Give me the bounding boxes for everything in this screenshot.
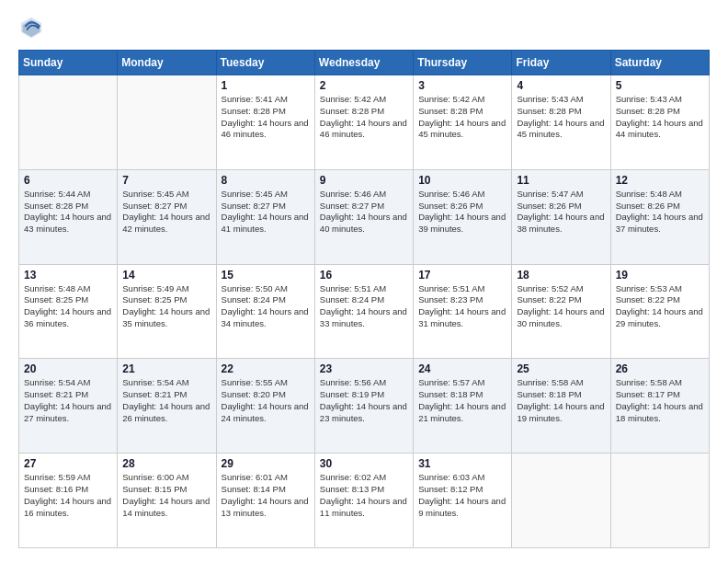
calendar-cell: 20Sunrise: 5:54 AM Sunset: 8:21 PM Dayli… bbox=[19, 359, 118, 454]
calendar-cell: 14Sunrise: 5:49 AM Sunset: 8:25 PM Dayli… bbox=[118, 264, 216, 359]
day-info: Sunrise: 5:55 AM Sunset: 8:20 PM Dayligh… bbox=[222, 377, 310, 424]
day-info: Sunrise: 5:42 AM Sunset: 8:28 PM Dayligh… bbox=[418, 94, 506, 141]
calendar-header-row: SundayMondayTuesdayWednesdayThursdayFrid… bbox=[19, 51, 710, 75]
calendar-week-5: 27Sunrise: 5:59 AM Sunset: 8:16 PM Dayli… bbox=[19, 454, 710, 548]
day-number: 22 bbox=[222, 362, 310, 375]
calendar-cell: 30Sunrise: 6:02 AM Sunset: 8:13 PM Dayli… bbox=[314, 454, 413, 548]
day-info: Sunrise: 5:51 AM Sunset: 8:23 PM Dayligh… bbox=[418, 283, 506, 330]
calendar-cell: 6Sunrise: 5:44 AM Sunset: 8:28 PM Daylig… bbox=[19, 169, 118, 264]
day-info: Sunrise: 6:01 AM Sunset: 8:14 PM Dayligh… bbox=[222, 472, 310, 519]
day-number: 2 bbox=[320, 79, 408, 92]
calendar-cell: 13Sunrise: 5:48 AM Sunset: 8:25 PM Dayli… bbox=[19, 264, 118, 359]
day-number: 15 bbox=[222, 269, 310, 282]
day-number: 6 bbox=[24, 174, 112, 187]
calendar-header-friday: Friday bbox=[512, 51, 610, 75]
day-info: Sunrise: 5:41 AM Sunset: 8:28 PM Dayligh… bbox=[222, 94, 310, 141]
logo bbox=[18, 15, 48, 40]
calendar-cell: 24Sunrise: 5:57 AM Sunset: 8:18 PM Dayli… bbox=[414, 359, 512, 454]
day-number: 17 bbox=[418, 269, 506, 282]
day-info: Sunrise: 5:46 AM Sunset: 8:26 PM Dayligh… bbox=[418, 189, 506, 236]
day-number: 23 bbox=[320, 362, 408, 375]
day-number: 27 bbox=[24, 457, 112, 470]
day-info: Sunrise: 5:48 AM Sunset: 8:26 PM Dayligh… bbox=[616, 189, 704, 236]
day-info: Sunrise: 5:53 AM Sunset: 8:22 PM Dayligh… bbox=[616, 283, 704, 330]
day-number: 10 bbox=[418, 174, 506, 187]
calendar-cell bbox=[512, 454, 610, 548]
day-number: 28 bbox=[122, 457, 210, 470]
day-info: Sunrise: 5:50 AM Sunset: 8:24 PM Dayligh… bbox=[222, 283, 310, 330]
calendar-cell: 22Sunrise: 5:55 AM Sunset: 8:20 PM Dayli… bbox=[216, 359, 314, 454]
day-number: 25 bbox=[517, 362, 605, 375]
day-info: Sunrise: 5:45 AM Sunset: 8:27 PM Dayligh… bbox=[222, 189, 310, 236]
calendar-cell: 3Sunrise: 5:42 AM Sunset: 8:28 PM Daylig… bbox=[414, 75, 512, 170]
day-info: Sunrise: 5:44 AM Sunset: 8:28 PM Dayligh… bbox=[24, 189, 112, 236]
day-number: 12 bbox=[616, 174, 704, 187]
day-number: 16 bbox=[320, 269, 408, 282]
calendar-week-1: 1Sunrise: 5:41 AM Sunset: 8:28 PM Daylig… bbox=[19, 75, 710, 170]
day-info: Sunrise: 5:45 AM Sunset: 8:27 PM Dayligh… bbox=[122, 189, 210, 236]
day-number: 4 bbox=[517, 79, 605, 92]
calendar-cell: 5Sunrise: 5:43 AM Sunset: 8:28 PM Daylig… bbox=[610, 75, 709, 170]
day-info: Sunrise: 5:58 AM Sunset: 8:17 PM Dayligh… bbox=[616, 377, 704, 424]
day-info: Sunrise: 5:42 AM Sunset: 8:28 PM Dayligh… bbox=[320, 94, 408, 141]
calendar-cell: 29Sunrise: 6:01 AM Sunset: 8:14 PM Dayli… bbox=[216, 454, 314, 548]
calendar-header-thursday: Thursday bbox=[414, 51, 512, 75]
day-info: Sunrise: 5:48 AM Sunset: 8:25 PM Dayligh… bbox=[24, 283, 112, 330]
calendar-cell: 7Sunrise: 5:45 AM Sunset: 8:27 PM Daylig… bbox=[118, 169, 216, 264]
calendar-header-sunday: Sunday bbox=[19, 51, 118, 75]
day-number: 3 bbox=[418, 79, 506, 92]
day-number: 11 bbox=[517, 174, 605, 187]
calendar-cell: 12Sunrise: 5:48 AM Sunset: 8:26 PM Dayli… bbox=[610, 169, 709, 264]
day-number: 1 bbox=[222, 79, 310, 92]
calendar-cell: 16Sunrise: 5:51 AM Sunset: 8:24 PM Dayli… bbox=[314, 264, 413, 359]
day-info: Sunrise: 5:54 AM Sunset: 8:21 PM Dayligh… bbox=[122, 377, 210, 424]
day-number: 24 bbox=[418, 362, 506, 375]
day-info: Sunrise: 6:03 AM Sunset: 8:12 PM Dayligh… bbox=[418, 472, 506, 519]
calendar-cell: 11Sunrise: 5:47 AM Sunset: 8:26 PM Dayli… bbox=[512, 169, 610, 264]
calendar-cell: 25Sunrise: 5:58 AM Sunset: 8:18 PM Dayli… bbox=[512, 359, 610, 454]
day-number: 7 bbox=[122, 174, 210, 187]
header bbox=[18, 15, 710, 40]
calendar-cell: 10Sunrise: 5:46 AM Sunset: 8:26 PM Dayli… bbox=[414, 169, 512, 264]
day-info: Sunrise: 5:52 AM Sunset: 8:22 PM Dayligh… bbox=[517, 283, 605, 330]
calendar-header-wednesday: Wednesday bbox=[314, 51, 413, 75]
calendar-cell bbox=[118, 75, 216, 170]
day-info: Sunrise: 5:54 AM Sunset: 8:21 PM Dayligh… bbox=[24, 377, 112, 424]
day-number: 30 bbox=[320, 457, 408, 470]
day-info: Sunrise: 6:02 AM Sunset: 8:13 PM Dayligh… bbox=[320, 472, 408, 519]
day-info: Sunrise: 5:49 AM Sunset: 8:25 PM Dayligh… bbox=[122, 283, 210, 330]
day-number: 9 bbox=[320, 174, 408, 187]
calendar-cell: 31Sunrise: 6:03 AM Sunset: 8:12 PM Dayli… bbox=[414, 454, 512, 548]
day-number: 13 bbox=[24, 269, 112, 282]
page: SundayMondayTuesdayWednesdayThursdayFrid… bbox=[0, 0, 728, 563]
day-number: 31 bbox=[418, 457, 506, 470]
calendar-week-4: 20Sunrise: 5:54 AM Sunset: 8:21 PM Dayli… bbox=[19, 359, 710, 454]
calendar-cell: 28Sunrise: 6:00 AM Sunset: 8:15 PM Dayli… bbox=[118, 454, 216, 548]
day-number: 5 bbox=[616, 79, 704, 92]
day-info: Sunrise: 5:57 AM Sunset: 8:18 PM Dayligh… bbox=[418, 377, 506, 424]
calendar-cell bbox=[610, 454, 709, 548]
day-number: 18 bbox=[517, 269, 605, 282]
day-info: Sunrise: 5:43 AM Sunset: 8:28 PM Dayligh… bbox=[616, 94, 704, 141]
day-info: Sunrise: 5:58 AM Sunset: 8:18 PM Dayligh… bbox=[517, 377, 605, 424]
day-number: 21 bbox=[122, 362, 210, 375]
day-number: 19 bbox=[616, 269, 704, 282]
day-number: 14 bbox=[122, 269, 210, 282]
calendar-cell bbox=[19, 75, 118, 170]
calendar-cell: 21Sunrise: 5:54 AM Sunset: 8:21 PM Dayli… bbox=[118, 359, 216, 454]
calendar-cell: 17Sunrise: 5:51 AM Sunset: 8:23 PM Dayli… bbox=[414, 264, 512, 359]
calendar-cell: 18Sunrise: 5:52 AM Sunset: 8:22 PM Dayli… bbox=[512, 264, 610, 359]
calendar-header-tuesday: Tuesday bbox=[216, 51, 314, 75]
day-info: Sunrise: 5:43 AM Sunset: 8:28 PM Dayligh… bbox=[517, 94, 605, 141]
day-number: 20 bbox=[24, 362, 112, 375]
calendar-cell: 15Sunrise: 5:50 AM Sunset: 8:24 PM Dayli… bbox=[216, 264, 314, 359]
logo-icon bbox=[18, 15, 44, 40]
calendar-cell: 1Sunrise: 5:41 AM Sunset: 8:28 PM Daylig… bbox=[216, 75, 314, 170]
calendar-cell: 23Sunrise: 5:56 AM Sunset: 8:19 PM Dayli… bbox=[314, 359, 413, 454]
calendar-week-2: 6Sunrise: 5:44 AM Sunset: 8:28 PM Daylig… bbox=[19, 169, 710, 264]
day-info: Sunrise: 5:51 AM Sunset: 8:24 PM Dayligh… bbox=[320, 283, 408, 330]
day-info: Sunrise: 5:59 AM Sunset: 8:16 PM Dayligh… bbox=[24, 472, 112, 519]
calendar-header-monday: Monday bbox=[118, 51, 216, 75]
calendar-cell: 19Sunrise: 5:53 AM Sunset: 8:22 PM Dayli… bbox=[610, 264, 709, 359]
calendar-cell: 27Sunrise: 5:59 AM Sunset: 8:16 PM Dayli… bbox=[19, 454, 118, 548]
